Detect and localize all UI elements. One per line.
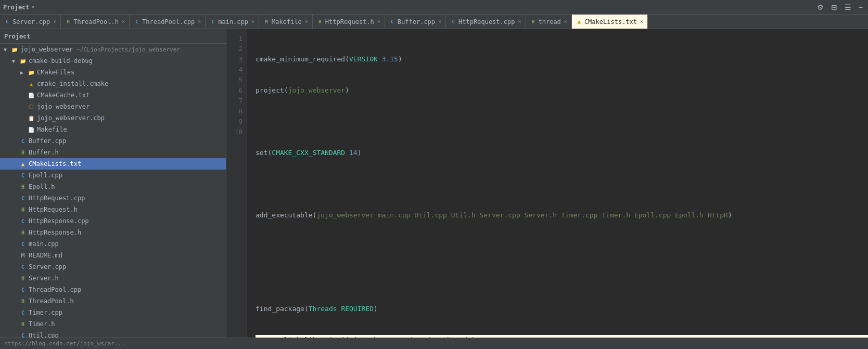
file-label: Buffer.cpp bbox=[29, 137, 66, 145]
tab-main-cpp[interactable]: C main.cpp × bbox=[206, 15, 259, 29]
tree-cmake-install[interactable]: ▲ cmake_install.cmake bbox=[0, 78, 226, 89]
tree-buffer-cpp[interactable]: C Buffer.cpp bbox=[0, 135, 226, 147]
tab-close-icon[interactable]: × bbox=[305, 19, 308, 24]
tab-httprequest-h[interactable]: H HttpRequest.h × bbox=[313, 15, 385, 29]
file-label: cmake_install.cmake bbox=[37, 80, 108, 87]
statusbar: https://blog.csdn.net/jojo_ws/ar... bbox=[0, 338, 868, 349]
tab-label: HttpRequest.cpp bbox=[458, 18, 515, 25]
file-label: Timer.cpp bbox=[29, 309, 62, 316]
file-label: jojo_webserver bbox=[37, 103, 90, 110]
code-line-7 bbox=[256, 241, 868, 252]
file-label: ThreadPool.h bbox=[29, 298, 74, 305]
code-line-5 bbox=[256, 179, 868, 189]
tree-timer-h[interactable]: H Timer.h bbox=[0, 318, 226, 330]
tab-server-cpp[interactable]: C Server.cpp × bbox=[0, 15, 61, 29]
tree-cmakelists[interactable]: ▲ CMakeLists.txt bbox=[0, 158, 226, 170]
tab-label: thread bbox=[539, 18, 561, 25]
split-button[interactable]: ⊟ bbox=[829, 2, 839, 12]
tree-expand-icon: ▼ bbox=[12, 58, 17, 64]
editor-content: 1 2 3 4 5 6 7 8 9 10 cmake_minimum_requi… bbox=[226, 29, 868, 338]
file-label: ThreadPool.cpp bbox=[29, 286, 81, 293]
tab-label: ThreadPool.h bbox=[73, 18, 119, 25]
tree-epoll-cpp[interactable]: C Epoll.cpp bbox=[0, 170, 226, 181]
tree-jojo-binary[interactable]: ⬡ jojo_webserver bbox=[0, 101, 226, 112]
tree-readme[interactable]: M README.md bbox=[0, 250, 226, 261]
code-line-2: project(jojo_webserver) bbox=[256, 85, 868, 96]
tree-timer-cpp[interactable]: C Timer.cpp bbox=[0, 307, 226, 318]
line-num-4: 4 bbox=[231, 64, 242, 75]
tab-close-icon[interactable]: × bbox=[251, 19, 254, 24]
cpp-file-icon: C bbox=[450, 19, 456, 25]
tab-bar: C Server.cpp × H ThreadPool.h × C Thread… bbox=[0, 15, 868, 29]
tab-httprequest-cpp[interactable]: C HttpRequest.cpp × bbox=[446, 15, 526, 29]
tab-threadpool-h[interactable]: H ThreadPool.h × bbox=[61, 15, 130, 29]
file-label: main.cpp bbox=[29, 240, 59, 248]
tab-cmakelists[interactable]: ▲ CMakeLists.txt × bbox=[572, 15, 648, 29]
cpp-file-icon: C bbox=[19, 217, 27, 225]
tree-root[interactable]: ▼ 📁 jojo_webserver ~/CLionProjects/jojo_… bbox=[0, 44, 226, 55]
tab-close-icon[interactable]: × bbox=[438, 19, 441, 24]
cpp-file-icon: C bbox=[19, 263, 27, 270]
tab-close-icon[interactable]: × bbox=[518, 19, 521, 24]
code-line-4: set(CMAKE_CXX_STANDARD 14) bbox=[256, 148, 868, 158]
tab-close-icon[interactable]: × bbox=[122, 19, 125, 24]
tab-thread[interactable]: H thread × bbox=[526, 15, 572, 29]
tab-buffer-cpp[interactable]: C Buffer.cpp × bbox=[385, 15, 446, 29]
h-file-icon: H bbox=[19, 275, 27, 282]
cmake-file-icon: ▲ bbox=[19, 160, 27, 167]
tree-buffer-h[interactable]: H Buffer.h bbox=[0, 147, 226, 158]
cpp-file-icon: C bbox=[19, 286, 27, 293]
cpp-file-icon: C bbox=[134, 19, 140, 25]
tree-httpresponse-cpp[interactable]: C HttpResponse.cpp bbox=[0, 215, 226, 227]
tree-jojo-cbp[interactable]: 📋 jojo_webserver.cbp bbox=[0, 112, 226, 124]
tab-close-icon[interactable]: × bbox=[640, 19, 643, 24]
tree-epoll-h[interactable]: H Epoll.h bbox=[0, 181, 226, 192]
tab-close-icon[interactable]: × bbox=[564, 19, 567, 24]
file-label: CMakeLists.txt bbox=[29, 160, 81, 167]
tree-httprequest-cpp[interactable]: C HttpRequest.cpp bbox=[0, 192, 226, 204]
line-num-3: 3 bbox=[231, 54, 242, 64]
tree-cmakefiles[interactable]: ▶ 📁 CMakeFiles bbox=[0, 67, 226, 78]
tree-makefile-build[interactable]: 📄 Makefile bbox=[0, 124, 226, 135]
line-num-9: 9 bbox=[231, 117, 242, 127]
cpp-file-icon: C bbox=[19, 332, 27, 338]
tree-httprequest-h[interactable]: H HttpRequest.h bbox=[0, 204, 226, 215]
tree-threadpool-cpp[interactable]: C ThreadPool.cpp bbox=[0, 284, 226, 295]
tree-main-cpp[interactable]: C main.cpp bbox=[0, 238, 226, 250]
tree-server-cpp[interactable]: C Server.cpp bbox=[0, 261, 226, 273]
line-num-10: 10 bbox=[231, 127, 242, 137]
h-file-icon: H bbox=[19, 320, 27, 328]
tab-makefile[interactable]: M Makefile × bbox=[259, 15, 313, 29]
line-numbers: 1 2 3 4 5 6 7 8 9 10 bbox=[226, 29, 247, 338]
project-name: jojo_webserver bbox=[20, 46, 73, 53]
cmake-file-icon: ▲ bbox=[576, 19, 582, 25]
tree-cmakecache[interactable]: 📄 CMakeCache.txt bbox=[0, 89, 226, 101]
close-sidebar-button[interactable]: − bbox=[857, 2, 865, 12]
sidebar-header: Project bbox=[0, 29, 226, 44]
gear-button[interactable]: ⚙ bbox=[815, 2, 826, 12]
tab-close-icon[interactable]: × bbox=[198, 19, 201, 24]
file-label: CMakeCache.txt bbox=[37, 92, 90, 99]
cpp-file-icon: C bbox=[19, 137, 27, 145]
cpp-file-icon: C bbox=[19, 195, 27, 202]
toolbar: Project ▾ ⚙ ⊟ ☰ − bbox=[0, 0, 868, 15]
settings-button[interactable]: ☰ bbox=[843, 2, 853, 12]
tree-httpresponse-h[interactable]: H HttpResponse.h bbox=[0, 227, 226, 238]
file-label: HttpRequest.h bbox=[29, 206, 78, 213]
tab-close-icon[interactable]: × bbox=[53, 19, 56, 24]
tree-threadpool-h[interactable]: H ThreadPool.h bbox=[0, 295, 226, 307]
code-line-9: find_package(Threads REQUIRED) bbox=[256, 304, 868, 314]
tree-server-h[interactable]: H Server.h bbox=[0, 273, 226, 284]
tree-cmake-build-debug[interactable]: ▼ 📁 cmake-build-debug bbox=[0, 55, 226, 67]
tree-expand-icon: ▶ bbox=[20, 70, 25, 75]
code-area[interactable]: cmake_minimum_required(VERSION 3.15) pro… bbox=[247, 29, 868, 338]
tab-close-icon[interactable]: × bbox=[377, 19, 380, 24]
cbp-file-icon: 📋 bbox=[27, 114, 35, 122]
tab-threadpool-cpp[interactable]: C ThreadPool.cpp × bbox=[130, 15, 206, 29]
sidebar: Project ▼ 📁 jojo_webserver ~/CLionProjec… bbox=[0, 29, 226, 338]
h-file-icon: H bbox=[65, 19, 71, 25]
dropdown-arrow-icon[interactable]: ▾ bbox=[32, 4, 35, 10]
tree-util-cpp[interactable]: C Util.cpp bbox=[0, 330, 226, 338]
file-label: Makefile bbox=[37, 126, 67, 133]
file-label: Timer.h bbox=[29, 320, 55, 328]
